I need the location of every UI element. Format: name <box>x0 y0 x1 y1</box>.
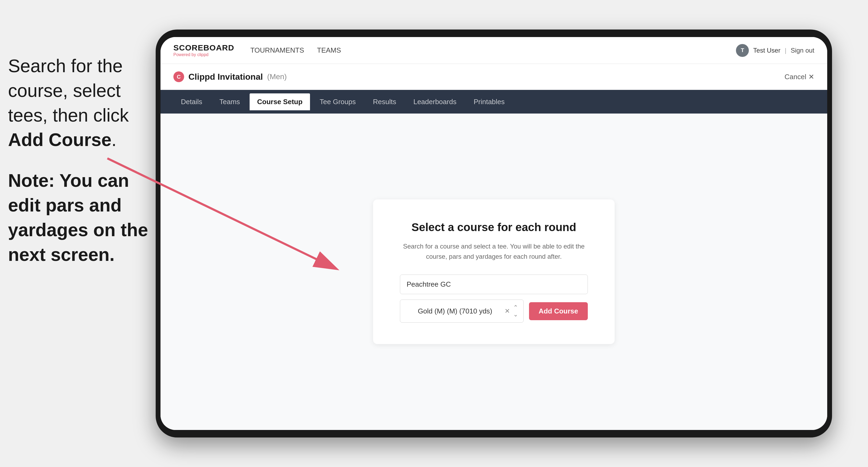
annotation-text: Search for the course, select tees, then… <box>8 54 158 152</box>
card-description: Search for a course and select a tee. Yo… <box>400 241 588 262</box>
add-course-button[interactable]: Add Course <box>529 302 588 320</box>
user-avatar: T <box>736 44 749 57</box>
sign-out-link[interactable]: Sign out <box>791 47 814 54</box>
annotation-area: Search for the course, select tees, then… <box>8 54 158 267</box>
top-nav: SCOREBOARD Powered by clippd TOURNAMENTS… <box>160 37 827 64</box>
tournament-title-area: C Clippd Invitational (Men) <box>174 71 287 82</box>
card-title: Select a course for each round <box>400 221 588 234</box>
user-area: T Test User | Sign out <box>736 44 814 57</box>
tab-bar: Details Teams Course Setup Tee Groups Re… <box>160 90 827 114</box>
divider: | <box>785 47 786 54</box>
tee-select-row: Gold (M) (M) (7010 yds) ✕ ⌃⌄ Add Course <box>400 300 588 322</box>
tab-details[interactable]: Details <box>174 93 210 110</box>
tee-select-value: Gold (M) (M) (7010 yds) <box>406 307 504 315</box>
main-content: Select a course for each round Search fo… <box>160 114 827 430</box>
nav-links: TOURNAMENTS TEAMS <box>250 46 736 55</box>
logo-area: SCOREBOARD Powered by clippd <box>174 44 234 57</box>
tab-tee-groups[interactable]: Tee Groups <box>312 93 363 110</box>
nav-tournaments[interactable]: TOURNAMENTS <box>250 46 304 55</box>
annotation-bold: Add Course <box>8 129 112 150</box>
cancel-button[interactable]: Cancel ✕ <box>784 73 814 81</box>
tab-printables[interactable]: Printables <box>466 93 513 110</box>
logo-text: SCOREBOARD <box>174 43 234 52</box>
annotation-period: . <box>112 129 117 150</box>
logo-subtitle: Powered by clippd <box>174 52 234 57</box>
tab-course-setup[interactable]: Course Setup <box>250 93 310 110</box>
tablet-frame: SCOREBOARD Powered by clippd TOURNAMENTS… <box>156 30 832 437</box>
tee-select-container[interactable]: Gold (M) (M) (7010 yds) ✕ ⌃⌄ <box>400 300 524 322</box>
tab-teams[interactable]: Teams <box>212 93 247 110</box>
annotation-note: Note: You can edit pars and yardages on … <box>8 168 158 267</box>
tab-results[interactable]: Results <box>366 93 404 110</box>
nav-teams[interactable]: TEAMS <box>317 46 341 55</box>
cancel-text: Cancel <box>784 73 806 81</box>
tournament-icon: C <box>174 71 184 82</box>
tee-select-controls: ✕ ⌃⌄ <box>504 304 518 318</box>
tee-clear-button[interactable]: ✕ <box>504 307 510 315</box>
tab-leaderboards[interactable]: Leaderboards <box>406 93 464 110</box>
tablet-screen: SCOREBOARD Powered by clippd TOURNAMENTS… <box>160 37 827 430</box>
annotation-normal: Search for the course, select tees, then… <box>8 56 129 125</box>
tournament-name: Clippd Invitational <box>188 72 263 82</box>
user-name: Test User <box>753 47 780 54</box>
course-search-input[interactable] <box>400 275 588 294</box>
course-card: Select a course for each round Search fo… <box>373 199 615 344</box>
tee-chevron-icon: ⌃⌄ <box>513 304 518 318</box>
tournament-header: C Clippd Invitational (Men) Cancel ✕ <box>160 64 827 90</box>
search-input-wrapper <box>400 275 588 294</box>
cancel-icon: ✕ <box>808 73 814 81</box>
tournament-gender: (Men) <box>267 72 287 81</box>
